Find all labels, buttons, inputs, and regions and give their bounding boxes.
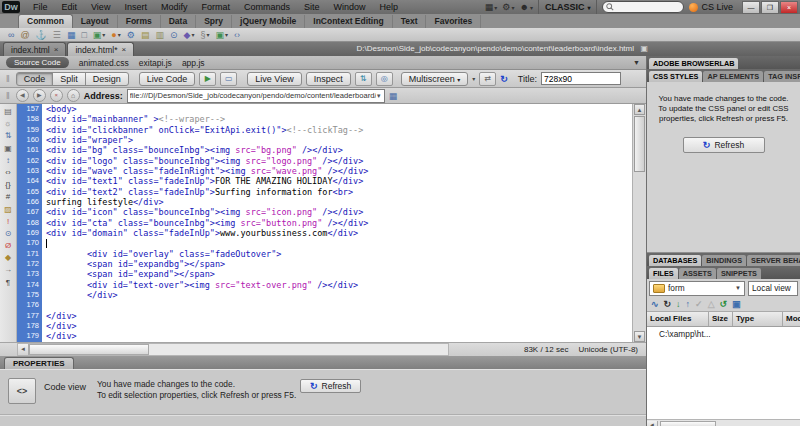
highlight-invalid-code-icon[interactable]: ▨ xyxy=(4,205,12,214)
column-header-type[interactable]: Type xyxy=(733,312,783,326)
title-input[interactable] xyxy=(541,72,621,85)
scroll-up-icon[interactable]: ▲ xyxy=(634,104,645,115)
code-editor[interactable]: 157<body>158<div id="mainbanner" ><!--wr… xyxy=(17,104,632,342)
email-link-icon[interactable]: @ xyxy=(20,29,29,41)
site-select[interactable]: form ▼ xyxy=(649,281,745,296)
column-header-modified[interactable]: Modified xyxy=(783,312,800,326)
expand-panels-icon[interactable]: ▣ xyxy=(732,299,741,309)
tab-ap-elements[interactable]: AP ELEMENTS xyxy=(703,71,763,82)
server-include-icon[interactable]: ▥ xyxy=(155,29,164,41)
syntax-error-alerts-icon[interactable]: ! xyxy=(7,217,9,226)
scrollbar-thumb[interactable] xyxy=(634,116,645,172)
css-refresh-button[interactable]: ↻ Refresh xyxy=(683,137,765,153)
tab-properties[interactable]: PROPERTIES xyxy=(4,357,74,369)
menu-commands[interactable]: Commands xyxy=(237,0,297,14)
extensions-icon[interactable]: ⚙▾ xyxy=(502,2,514,12)
named-anchor-icon[interactable]: ⚓ xyxy=(36,29,47,41)
tab-bindings[interactable]: BINDINGS xyxy=(702,255,746,266)
tab-files[interactable]: FILES xyxy=(649,268,678,279)
tag-chooser-icon[interactable]: ‹› xyxy=(234,29,240,41)
live-code-button[interactable]: Live Code xyxy=(139,72,196,86)
minimize-button[interactable]: — xyxy=(742,1,760,14)
chevron-down-icon[interactable]: ▼ xyxy=(633,59,640,66)
balance-braces-icon[interactable]: {} xyxy=(5,180,10,189)
design-view-button[interactable]: Design xyxy=(85,72,129,86)
user-icon[interactable]: ☻▾ xyxy=(519,2,533,12)
line-numbers-icon[interactable]: # xyxy=(6,192,10,201)
tab-server-behaviors[interactable]: SERVER BEHAVIORS xyxy=(747,255,800,266)
address-input[interactable] xyxy=(130,91,376,100)
date-icon[interactable]: ▤ xyxy=(141,29,150,41)
dropdown-arrow-icon[interactable]: ▾ xyxy=(472,75,475,82)
insert-tab-text[interactable]: Text xyxy=(393,15,427,28)
insert-div-icon[interactable]: □ xyxy=(81,29,86,41)
view-options-icon[interactable]: ▦ xyxy=(389,91,398,101)
check-out-icon[interactable]: ✓ xyxy=(695,299,703,309)
close-icon[interactable]: × xyxy=(54,45,59,54)
insert-tab-spry[interactable]: Spry xyxy=(196,15,232,28)
menu-insert[interactable]: Insert xyxy=(117,0,154,14)
related-file-animated-css[interactable]: animated.css xyxy=(79,58,129,68)
scroll-down-icon[interactable]: ▼ xyxy=(634,331,645,342)
home-icon[interactable]: ⌂ xyxy=(67,89,80,102)
restore-button[interactable]: ❐ xyxy=(761,1,779,14)
script-icon[interactable]: §▾ xyxy=(200,29,209,41)
forward-icon[interactable]: ▶ xyxy=(33,89,46,102)
close-icon[interactable]: × xyxy=(121,45,126,54)
scroll-left-icon[interactable]: ◄ xyxy=(18,344,29,355)
horizontal-rule-icon[interactable]: ☰ xyxy=(53,29,61,41)
collapse-full-tag-icon[interactable]: ⇅ xyxy=(5,131,12,140)
expand-all-icon[interactable]: ↕ xyxy=(6,156,10,165)
close-button[interactable]: × xyxy=(780,1,798,14)
synchronize-icon[interactable]: ↺ xyxy=(720,299,728,309)
split-view-button[interactable]: Split xyxy=(52,72,86,86)
insert-tab-layout[interactable]: Layout xyxy=(73,15,118,28)
multiscreen-button[interactable]: Multiscreen ▾ xyxy=(401,72,469,86)
live-view-options-icon[interactable]: ⇅ xyxy=(355,72,372,86)
format-source-icon[interactable]: ¶ xyxy=(6,278,10,287)
scrollbar-thumb[interactable] xyxy=(29,344,149,355)
show-code-navigator-icon[interactable]: ☼ xyxy=(4,119,11,128)
insert-tab-common[interactable]: Common xyxy=(18,14,73,28)
scroll-left-icon[interactable]: ◄ xyxy=(647,421,658,426)
templates-icon[interactable]: ▣▾ xyxy=(215,29,228,41)
address-dropdown-icon[interactable]: ▼ xyxy=(376,93,382,99)
preview-browser-icon[interactable]: ◎ xyxy=(376,72,393,86)
insert-tab-incontext-editing[interactable]: InContext Editing xyxy=(305,15,392,28)
check-browser-icon[interactable]: ▶ xyxy=(199,72,216,86)
tab-snippets[interactable]: SNIPPETS xyxy=(717,268,761,279)
live-view-button[interactable]: Live View xyxy=(247,72,301,86)
menu-edit[interactable]: Edit xyxy=(55,0,85,14)
get-files-icon[interactable]: ↓ xyxy=(676,299,681,309)
menu-site[interactable]: Site xyxy=(297,0,327,14)
cs-live-button[interactable]: CS Live xyxy=(689,2,733,12)
doc-tab-index-html[interactable]: index.html× xyxy=(3,42,66,56)
head-icon[interactable]: ◆▾ xyxy=(183,29,194,41)
refresh-icon[interactable]: ↻ xyxy=(664,299,672,309)
layout-switcher-icon[interactable]: ▦▾ xyxy=(485,2,498,12)
refresh-view-icon[interactable]: ↻ xyxy=(500,74,508,84)
check-in-icon[interactable]: △ xyxy=(708,299,715,309)
insert-tab-data[interactable]: Data xyxy=(161,15,196,28)
files-horizontal-scrollbar[interactable]: ◄ xyxy=(647,419,800,426)
widget-icon[interactable]: ⚙ xyxy=(127,29,135,41)
remove-comment-icon[interactable]: Ø xyxy=(5,241,11,250)
insert-tab-favorites[interactable]: Favorites xyxy=(426,15,481,28)
insert-tab-forms[interactable]: Forms xyxy=(118,15,161,28)
collapse-selection-icon[interactable]: ▣ xyxy=(4,144,12,153)
menu-format[interactable]: Format xyxy=(194,0,237,14)
select-parent-tag-icon[interactable]: ‹› xyxy=(5,168,10,177)
code-view-button[interactable]: Code xyxy=(16,72,54,86)
tab-databases[interactable]: DATABASES xyxy=(649,255,701,266)
tab-css-styles[interactable]: CSS STYLES xyxy=(649,71,702,82)
menu-window[interactable]: Window xyxy=(326,0,372,14)
column-header-local-files[interactable]: Local Files xyxy=(647,312,709,326)
put-files-icon[interactable]: ↑ xyxy=(686,299,691,309)
tab-adobe-browserlab[interactable]: ADOBE BROWSERLAB xyxy=(649,58,738,69)
file-management-icon[interactable]: ⇄ xyxy=(479,72,496,86)
related-file-exitapi-js[interactable]: exitapi.js xyxy=(139,58,172,68)
comment-icon[interactable]: ⊙ xyxy=(170,29,178,41)
insert-tab-jquery-mobile[interactable]: jQuery Mobile xyxy=(232,15,305,28)
column-header-size[interactable]: Size xyxy=(709,312,733,326)
stop-icon[interactable]: × xyxy=(50,89,63,102)
